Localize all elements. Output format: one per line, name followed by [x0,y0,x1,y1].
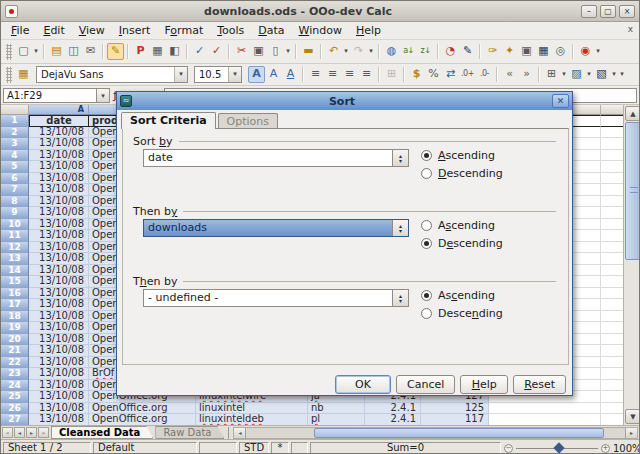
menu-data[interactable]: Data [251,23,291,38]
menu-edit[interactable]: Edit [36,23,71,38]
status-sheet-position[interactable]: Sheet 1 / 2 [3,442,91,454]
cell-empty[interactable] [489,414,601,425]
vertical-scrollbar-thumb[interactable] [625,122,640,260]
toolbar-overflow-icon[interactable]: ▾ [618,66,626,83]
select-all-corner[interactable] [1,105,29,115]
cut-icon[interactable]: ✂ [233,43,250,60]
cell-empty[interactable] [601,334,623,346]
new-document-icon[interactable]: ▢ [15,43,32,60]
cell-empty[interactable] [601,357,623,369]
cell-date[interactable]: 13/10/08 [29,196,89,208]
cell-date[interactable]: 13/10/08 [29,368,89,380]
align-center-icon[interactable]: ≡ [324,66,341,83]
cell-empty[interactable] [601,391,623,403]
cell-date[interactable]: 13/10/08 [29,173,89,185]
cell-version[interactable]: 2.4.1 [365,403,421,415]
cell-empty[interactable] [601,230,623,242]
combo-spin-button[interactable]: ▴ ▾ [392,220,408,236]
save-document-icon[interactable]: ◫ [65,43,82,60]
menu-window[interactable]: Window [292,23,349,38]
chevron-down-icon[interactable]: ▾ [228,67,241,82]
font-size-combobox[interactable]: 10.5 ▾ [194,66,242,83]
cell-package[interactable]: linuxintel [196,403,308,415]
cell-empty[interactable] [601,403,623,415]
toolbar-grip[interactable] [6,67,12,83]
open-document-icon[interactable]: ▤ [48,43,65,60]
row-header[interactable]: 9 [1,207,29,219]
draw-functions-icon[interactable]: ✎ [459,43,476,60]
cell-empty[interactable] [601,276,623,288]
cell-date[interactable]: 13/10/08 [29,207,89,219]
percent-format-icon[interactable]: % [425,66,442,83]
cell-empty[interactable] [489,403,601,415]
underline-icon[interactable]: A [282,66,299,83]
cell-empty[interactable] [601,368,623,380]
cell-date[interactable]: 13/10/08 [29,334,89,346]
data-sources-icon[interactable]: ▦ [535,43,552,60]
row-header[interactable]: 17 [1,299,29,311]
navigator-icon[interactable]: ✦ [501,43,518,60]
cell-date[interactable]: date [29,115,89,127]
zoom-in-icon[interactable]: + [601,444,610,453]
borders-icon[interactable]: ⊞ [543,66,560,83]
chevron-down-icon[interactable]: ▾ [174,67,187,82]
sort-descending-icon[interactable]: z↓ [417,43,434,60]
cell-language[interactable]: nb [308,403,365,415]
align-left-icon[interactable]: ≡ [307,66,324,83]
cell-product[interactable]: OpenOffice.org [89,403,196,415]
column-header-a[interactable]: A [29,105,89,115]
minimize-button[interactable]: – [581,5,597,18]
toolbar-grip[interactable] [6,44,12,60]
row-header[interactable]: 3 [1,138,29,150]
email-document-icon[interactable]: ✉ [82,43,99,60]
tab-sort-criteria[interactable]: Sort Criteria [121,112,216,129]
cell-empty[interactable] [601,322,623,334]
row-header[interactable]: 22 [1,357,29,369]
cell-language[interactable]: pl [308,414,365,425]
export-pdf-icon[interactable]: P [132,43,149,60]
cell-empty[interactable] [601,414,623,425]
reset-button[interactable]: Reset [513,375,566,394]
ascending-radio[interactable]: Ascending [421,286,571,304]
row-header[interactable]: 20 [1,334,29,346]
row-header[interactable]: 24 [1,380,29,392]
format-table-icon[interactable]: ▦ [15,66,32,83]
row-header[interactable]: 13 [1,253,29,265]
cell-empty[interactable] [601,345,623,357]
page-preview-icon[interactable]: ◧ [166,43,183,60]
name-box-dropdown-icon[interactable]: ▾ [97,88,110,103]
standard-format-icon[interactable]: ⇄ [442,66,459,83]
row-header[interactable]: 14 [1,265,29,277]
cell-empty[interactable] [601,196,623,208]
undo-dropdown-icon[interactable]: ▾ [342,43,350,60]
redo-icon[interactable]: ↷ [350,43,367,60]
descending-radio[interactable]: Descending [421,234,571,252]
cell-date[interactable]: 13/10/08 [29,357,89,369]
row-header[interactable]: 19 [1,322,29,334]
row-header[interactable]: 10 [1,219,29,231]
border-color-icon[interactable]: ▧ [593,66,610,83]
row-header[interactable]: 7 [1,184,29,196]
combo-spin-button[interactable]: ▴ ▾ [392,290,408,306]
border-color-dropdown-icon[interactable]: ▾ [610,66,618,83]
row-header[interactable]: 1 [1,115,29,127]
cell-date[interactable]: 13/10/08 [29,230,89,242]
cell-empty[interactable] [601,150,623,162]
descending-radio[interactable]: Descending [421,164,571,182]
help-icon[interactable]: ◉ [577,43,594,60]
menu-view[interactable]: View [72,23,112,38]
new-document-dropdown-icon[interactable]: ▾ [32,43,40,60]
scroll-right-icon[interactable]: ▸ [625,428,637,438]
undo-icon[interactable]: ↶ [325,43,342,60]
horizontal-scrollbar-thumb[interactable] [314,428,604,438]
menu-tools[interactable]: Tools [210,23,251,38]
status-selection-mode[interactable]: STD [239,442,269,454]
first-sheet-button[interactable]: « [2,427,13,438]
cell-empty[interactable] [601,138,623,150]
cell-date[interactable]: 13/10/08 [29,299,89,311]
cell-downloads[interactable]: 125 [421,403,489,415]
cell-downloads[interactable]: 117 [421,414,489,425]
cell-date[interactable]: 13/10/08 [29,138,89,150]
close-button[interactable]: × [619,5,635,18]
zoom-icon[interactable]: ◎ [552,43,569,60]
